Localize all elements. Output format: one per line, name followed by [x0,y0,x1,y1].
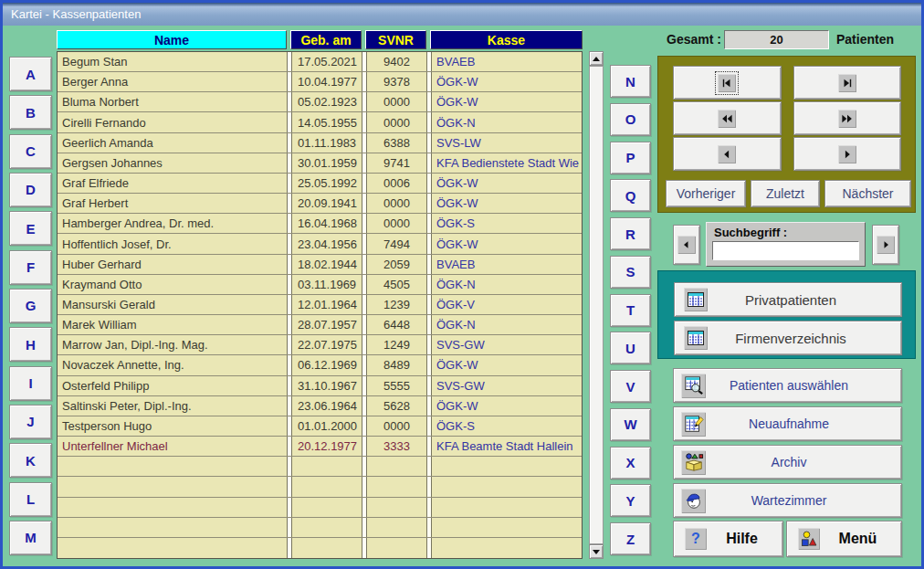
cell-name[interactable]: Unterfellner Michael [58,437,288,456]
cell-name[interactable]: Novaczek Annette, Ing. [58,355,288,374]
cell-svnr[interactable]: 7494 [366,234,427,253]
table-row[interactable]: Huber Gerhard18.02.19442059BVAEB [58,255,582,275]
cell-kasse[interactable] [431,538,582,558]
cell-dob[interactable]: 03.11.1969 [291,275,362,294]
cell-name[interactable] [58,477,288,496]
table-row[interactable] [58,498,582,518]
table-row[interactable]: Geerlich Amanda01.11.19836388SVS-LW [58,133,582,153]
cell-svnr[interactable]: 6448 [366,315,427,334]
cell-name[interactable] [58,538,288,558]
cell-dob[interactable]: 31.10.1967 [291,376,362,395]
alpha-button-p[interactable]: P [610,142,651,174]
help-button[interactable]: ? Hilfe [673,521,783,557]
fast-backward-button[interactable] [673,101,782,135]
table-row[interactable] [58,538,582,558]
cell-kasse[interactable] [431,498,582,517]
cell-kasse[interactable]: ÖGK-V [431,295,582,314]
alpha-button-w[interactable]: W [610,408,651,441]
cell-dob[interactable]: 17.05.2021 [291,52,362,71]
cell-svnr[interactable] [366,498,427,517]
table-row[interactable]: Kraymand Otto03.11.19694505ÖGK-N [58,275,582,295]
alpha-button-h[interactable]: H [9,327,52,362]
cell-dob[interactable]: 05.02.1923 [291,92,362,111]
cell-name[interactable]: Huber Gerhard [58,255,288,274]
last-button[interactable]: Zuletzt [751,180,820,207]
cell-svnr[interactable] [366,457,427,476]
cell-dob[interactable]: 20.09.1941 [291,194,362,213]
table-row[interactable]: Graf Herbert20.09.19410000ÖGK-W [58,194,582,214]
alpha-button-l[interactable]: L [9,482,52,517]
cell-svnr[interactable]: 6388 [366,133,427,153]
cell-svnr[interactable]: 0006 [366,174,427,193]
cell-svnr[interactable]: 8489 [366,355,427,374]
cell-dob[interactable]: 30.01.1959 [291,153,362,173]
new-patient-button[interactable]: Neuaufnahme [673,406,902,441]
cell-kasse[interactable]: BVAEB [431,255,582,274]
cell-svnr[interactable]: 3333 [366,437,427,456]
table-row[interactable]: Cirelli Fernando14.05.19550000ÖGK-N [58,112,582,132]
cell-kasse[interactable]: ÖGK-W [431,355,582,374]
cell-dob[interactable]: 12.01.1964 [291,295,362,314]
cell-svnr[interactable] [366,518,427,537]
cell-kasse[interactable]: ÖGK-W [431,92,582,111]
cell-kasse[interactable]: ÖGK-S [431,416,582,436]
alpha-button-y[interactable]: Y [610,484,651,517]
cell-kasse[interactable]: KFA Bedienstete Stadt Wie [431,153,582,173]
cell-name[interactable]: Cirelli Fernando [58,112,288,132]
cell-svnr[interactable]: 0000 [366,92,427,111]
table-row[interactable]: Begum Stan17.05.20219402BVAEB [58,52,582,72]
cell-name[interactable]: Hoffentlich Josef, Dr. [58,234,288,253]
alpha-button-a[interactable]: A [9,57,52,91]
cell-name[interactable]: Geerlich Amanda [58,133,288,153]
alpha-button-v[interactable]: V [610,370,651,403]
cell-name[interactable]: Berger Anna [58,72,288,91]
alpha-button-k[interactable]: K [9,443,52,478]
table-row[interactable]: Marrow Jan, Dipl.-Ing. Mag.22.07.1975124… [58,335,582,355]
previous-button[interactable]: Vorheriger [666,180,746,207]
alpha-button-m[interactable]: M [9,521,52,555]
cell-kasse[interactable] [431,477,582,496]
alpha-button-e[interactable]: E [9,211,52,246]
cell-name[interactable]: Marrow Jan, Dipl.-Ing. Mag. [58,335,288,354]
cell-name[interactable]: Graf Herbert [58,194,288,213]
table-row[interactable]: Gergsen Johannes30.01.19599741KFA Bedien… [58,153,582,174]
cell-dob[interactable]: 23.06.1964 [291,396,362,416]
cell-svnr[interactable]: 0000 [366,214,427,233]
cell-name[interactable]: Mansurski Gerald [58,295,288,314]
table-row[interactable]: Osterfeld Philipp31.10.19675555SVS-GW [58,376,582,396]
cell-dob[interactable]: 10.04.1977 [291,72,362,91]
alpha-button-z[interactable]: Z [610,522,651,555]
first-record-button[interactable] [673,66,782,100]
cell-kasse[interactable]: SVS-GW [431,335,582,354]
cell-dob[interactable] [291,518,362,537]
cell-dob[interactable] [291,538,362,558]
alpha-button-x[interactable]: X [610,447,651,479]
cell-name[interactable]: Gergsen Johannes [58,153,288,173]
table-row[interactable] [58,518,582,538]
cell-name[interactable]: Marek William [58,315,288,334]
waiting-room-button[interactable]: Wartezimmer [673,483,902,518]
table-row[interactable]: Graf Elfriede25.05.19920006ÖGK-W [58,174,582,194]
cell-kasse[interactable]: SVS-GW [431,376,582,395]
cell-dob[interactable]: 16.04.1968 [291,214,362,233]
table-row[interactable]: Hamberger Andrea, Dr. med.16.04.19680000… [58,214,582,234]
cell-name[interactable]: Graf Elfriede [58,174,288,193]
cell-kasse[interactable]: ÖGK-W [431,72,582,91]
cell-dob[interactable]: 28.07.1957 [291,315,362,334]
cell-svnr[interactable]: 0000 [366,416,427,436]
table-row[interactable]: Berger Anna10.04.19779378ÖGK-W [58,72,582,92]
select-patient-button[interactable]: Patienten auswählen [673,368,902,403]
cell-kasse[interactable]: SVS-LW [431,133,582,153]
cell-name[interactable]: Bluma Norbert [58,92,288,111]
fast-forward-button[interactable] [793,101,902,135]
alpha-button-i[interactable]: I [9,366,52,401]
search-input[interactable] [712,241,859,260]
alpha-button-g[interactable]: G [9,289,52,323]
cell-dob[interactable]: 18.02.1944 [291,255,362,274]
table-row[interactable]: Marek William28.07.19576448ÖGK-N [58,315,582,335]
table-row[interactable]: Unterfellner Michael20.12.19773333KFA Be… [58,437,582,457]
cell-svnr[interactable]: 0000 [366,194,427,213]
cell-kasse[interactable]: ÖGK-W [431,174,582,193]
cell-dob[interactable] [291,457,362,476]
archive-button[interactable]: Archiv [673,445,902,479]
